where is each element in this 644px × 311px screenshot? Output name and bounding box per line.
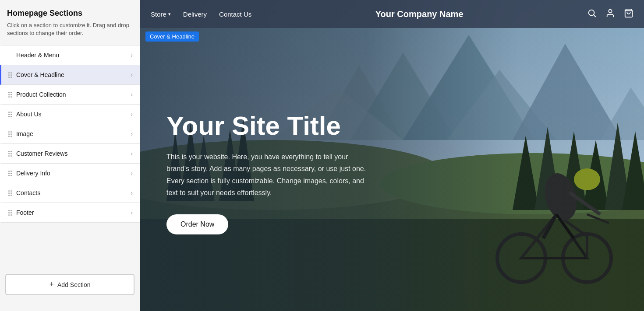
nav-contact-label: Contact Us	[219, 10, 251, 18]
sidebar-item-contacts[interactable]: Contacts ›	[0, 183, 140, 203]
search-icon[interactable]	[587, 8, 597, 20]
sidebar-item-footer[interactable]: Footer ›	[0, 203, 140, 223]
chevron-right-icon: ›	[131, 150, 133, 157]
panel-header: Homepage Sections Click on a section to …	[0, 0, 140, 41]
drag-handle	[8, 92, 12, 98]
drag-handle	[8, 210, 12, 216]
chevron-right-icon: ›	[131, 130, 133, 137]
sidebar-item-about-us[interactable]: About Us ›	[0, 105, 140, 124]
cover-headline-tag: Cover & Headline	[145, 31, 199, 42]
nav-links: Store ▾ Delivery Contact Us	[151, 10, 251, 18]
chevron-right-icon: ›	[131, 209, 133, 216]
cart-icon[interactable]	[624, 8, 633, 20]
nav-link-delivery[interactable]: Delivery	[183, 10, 207, 18]
nav-icons	[587, 8, 633, 20]
chevron-right-icon: ›	[131, 111, 133, 118]
drag-handle	[8, 151, 12, 157]
sidebar-item-label: Footer	[16, 209, 131, 216]
hero-subtitle: This is your website. Here, you have eve…	[166, 151, 368, 199]
chevron-right-icon: ›	[131, 91, 133, 98]
preview-navbar: Store ▾ Delivery Contact Us Your Company…	[140, 0, 644, 28]
chevron-right-icon: ›	[131, 52, 133, 59]
dropdown-arrow-icon: ▾	[168, 11, 171, 17]
nav-store-label: Store	[151, 10, 166, 18]
sidebar-item-label: Image	[16, 130, 131, 137]
right-preview: Cover & Headline Store ▾ Delivery Contac…	[140, 0, 644, 311]
chevron-right-icon: ›	[131, 189, 133, 196]
hero-content: Your Site Title This is your website. He…	[140, 0, 418, 311]
svg-line-1	[594, 15, 595, 17]
sidebar-item-label: Delivery Info	[16, 170, 131, 177]
section-list: Header & Menu › Cover & Headline › Produ…	[0, 45, 140, 267]
sidebar-item-cover-headline[interactable]: Cover & Headline ›	[0, 65, 140, 85]
hero-title: Your Site Title	[166, 112, 391, 140]
svg-point-0	[589, 10, 594, 15]
sidebar-item-label: Cover & Headline	[16, 71, 131, 78]
drag-handle	[8, 112, 12, 117]
nav-brand: Your Company Name	[251, 9, 587, 19]
add-section-button[interactable]: + Add Section	[5, 274, 134, 295]
drag-handle	[8, 131, 12, 137]
sidebar-item-product-collection[interactable]: Product Collection ›	[0, 85, 140, 105]
drag-handle	[8, 72, 12, 78]
order-now-button[interactable]: Order Now	[166, 214, 228, 234]
account-icon[interactable]	[605, 8, 615, 20]
hero-section: Your Site Title This is your website. He…	[140, 0, 644, 311]
sidebar-item-delivery-info[interactable]: Delivery Info ›	[0, 164, 140, 183]
nav-link-store[interactable]: Store ▾	[151, 10, 171, 18]
chevron-right-icon: ›	[131, 170, 133, 177]
plus-icon: +	[49, 280, 54, 289]
chevron-right-icon: ›	[131, 71, 133, 78]
svg-point-2	[609, 9, 612, 12]
sidebar-item-header-menu[interactable]: Header & Menu ›	[0, 45, 140, 65]
sidebar-item-customer-reviews[interactable]: Customer Reviews ›	[0, 144, 140, 164]
sidebar-item-image[interactable]: Image ›	[0, 124, 140, 144]
sidebar-item-label: Customer Reviews	[16, 150, 131, 157]
left-panel: Homepage Sections Click on a section to …	[0, 0, 140, 311]
nav-delivery-label: Delivery	[183, 10, 207, 18]
panel-title: Homepage Sections	[7, 9, 133, 18]
drag-handle	[8, 190, 12, 196]
nav-link-contact[interactable]: Contact Us	[219, 10, 251, 18]
sidebar-item-label: Product Collection	[16, 91, 131, 98]
drag-handle	[8, 171, 12, 176]
sidebar-item-label: Header & Menu	[16, 52, 131, 59]
add-section-label: Add Section	[57, 281, 91, 288]
sidebar-item-label: Contacts	[16, 189, 131, 196]
panel-description: Click on a section to customize it. Drag…	[7, 21, 133, 37]
sidebar-item-label: About Us	[16, 111, 131, 118]
